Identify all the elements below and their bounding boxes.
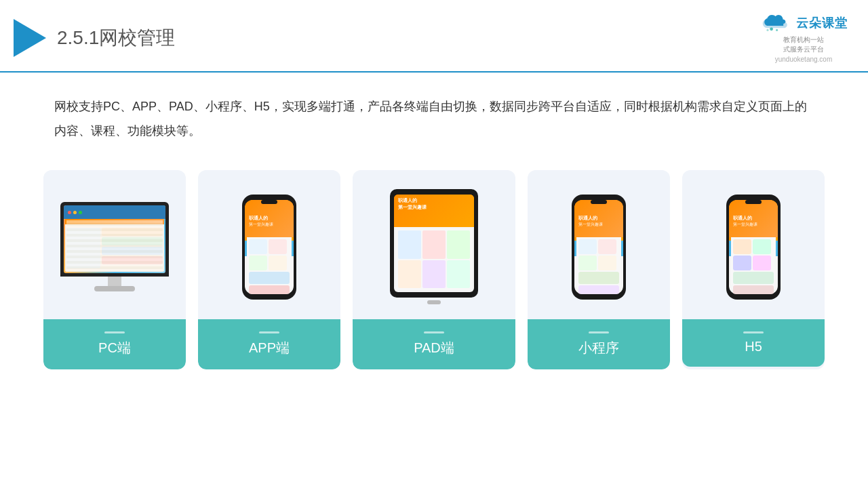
app-phone-mockup: 职通人的 第一堂兴趣课	[242, 195, 296, 300]
cards-container: PC端 职通人的 第一堂兴趣课	[0, 157, 868, 390]
pc-screen-inner	[64, 205, 165, 273]
label-bar	[259, 331, 279, 333]
label-bar	[424, 331, 444, 333]
app-phone-frame: 职通人的 第一堂兴趣课	[242, 195, 296, 300]
mini-card-3	[578, 256, 597, 270]
card-pad-image: 职通人的第一堂兴趣课	[353, 170, 515, 319]
tablet-screen: 职通人的第一堂兴趣课	[394, 195, 474, 292]
miniprogram-phone-notch	[591, 200, 607, 204]
miniprogram-phone-frame: 职通人的 第一堂兴趣课	[572, 195, 626, 300]
app-mini-card-2	[269, 239, 287, 254]
h5-card-3	[733, 256, 751, 270]
card-miniprogram-image: 职通人的 第一堂兴趣课	[528, 170, 670, 319]
tablet-header-bar: 职通人的第一堂兴趣课	[394, 195, 474, 227]
tablet-block-4	[398, 260, 421, 289]
label-bar	[589, 331, 609, 333]
tablet-block-3	[447, 230, 470, 259]
h5-card-4	[753, 256, 771, 270]
card-h5-image: 职通人的 第一堂兴趣课	[682, 170, 825, 319]
label-bar	[104, 331, 125, 333]
h5-screen-content	[731, 237, 776, 292]
pc-neck	[108, 277, 121, 286]
card-h5-label: H5	[682, 319, 825, 367]
card-app-image: 职通人的 第一堂兴趣课	[198, 170, 340, 319]
app-screen-content	[247, 237, 292, 292]
label-bar	[743, 331, 764, 333]
header: 2.5.1网校管理 云朵课堂 教育机构一站式服务云平台 yunduoketang…	[0, 0, 868, 73]
tablet-block-1	[398, 230, 421, 259]
card-pad-label: PAD端	[353, 319, 515, 369]
app-phone-screen: 职通人的 第一堂兴趣课	[245, 200, 294, 294]
miniprogram-phone-mockup: 职通人的 第一堂兴趣课	[572, 195, 626, 300]
card-pc-label: PC端	[43, 319, 186, 369]
mini-card-1	[578, 239, 597, 254]
pc-mockup	[60, 202, 169, 291]
h5-phone-notch	[745, 200, 762, 204]
pc-base	[94, 286, 135, 291]
brand-name: 云朵课堂	[796, 15, 848, 31]
mini-card-2	[598, 239, 616, 254]
brand-sub: 教育机构一站式服务云平台	[783, 35, 824, 54]
app-mini-card-3	[249, 256, 267, 270]
card-h5: 职通人的 第一堂兴趣课	[682, 170, 825, 369]
h5-phone-frame: 职通人的 第一堂兴趣课	[726, 195, 781, 300]
svg-point-0	[770, 27, 773, 30]
page-title: 2.5.1网校管理	[57, 25, 175, 51]
brand-url: yunduoketang.com	[775, 56, 833, 63]
brand-logo: 云朵课堂 教育机构一站式服务云平台 yunduoketang.com	[760, 12, 848, 63]
svg-point-2	[766, 29, 768, 31]
header-left: 2.5.1网校管理	[14, 19, 175, 57]
mini-card-4	[598, 256, 616, 270]
app-mini-card-4	[269, 256, 287, 270]
card-pc: PC端	[43, 170, 186, 369]
miniprogram-screen-content	[576, 237, 621, 292]
miniprogram-phone-screen: 职通人的 第一堂兴趣课	[574, 200, 623, 294]
description-text: 网校支持PC、APP、PAD、小程序、H5，实现多端打通，产品各终端自由切换，数…	[0, 73, 868, 157]
tablet-block-5	[422, 260, 446, 289]
tablet-home-button	[427, 300, 441, 304]
card-miniprogram-label: 小程序	[528, 319, 670, 369]
brand-logo-icon: 云朵课堂	[760, 12, 848, 34]
h5-card-1	[733, 239, 751, 254]
tablet-block-2	[422, 230, 446, 259]
card-miniprogram: 职通人的 第一堂兴趣课	[528, 170, 670, 369]
pc-screen-frame	[60, 202, 169, 277]
app-mini-card-1	[249, 239, 267, 254]
card-app: 职通人的 第一堂兴趣课	[198, 170, 340, 369]
h5-phone-mockup: 职通人的 第一堂兴趣课	[726, 195, 781, 300]
phone-notch	[261, 200, 277, 204]
tablet-frame: 职通人的第一堂兴趣课	[390, 189, 478, 298]
cloud-icon	[760, 12, 792, 34]
play-icon	[14, 19, 46, 57]
card-app-label: APP端	[198, 319, 340, 369]
h5-card-2	[753, 239, 771, 254]
h5-phone-screen: 职通人的 第一堂兴趣课	[729, 200, 778, 294]
card-pc-image	[43, 170, 186, 319]
tablet-content-area	[396, 228, 472, 290]
tablet-mockup: 职通人的第一堂兴趣课	[390, 189, 478, 304]
tablet-block-6	[447, 260, 470, 289]
svg-point-1	[776, 29, 778, 31]
card-pad: 职通人的第一堂兴趣课 P	[353, 170, 515, 369]
